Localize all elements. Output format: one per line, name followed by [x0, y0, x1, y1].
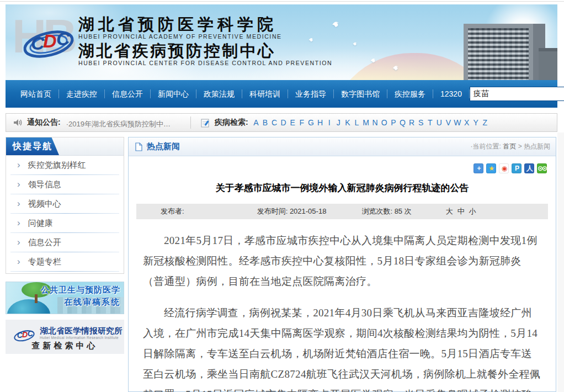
org2-title-zh: 湖北省疾病预防控制中心 — [78, 42, 332, 60]
building-image — [539, 48, 557, 80]
disease-index-letter[interactable]: H — [316, 118, 325, 127]
banner2-subtitle-en: Hubei Medical Information Research Insti… — [40, 336, 119, 340]
search-input[interactable] — [470, 87, 564, 101]
dove-icon — [331, 20, 345, 29]
sidebar-item[interactable]: › 视频中心 — [6, 194, 124, 214]
wechat-icon[interactable]: ⊙⊙ — [537, 163, 547, 173]
disease-index-letter[interactable]: N — [370, 118, 380, 127]
sidebar-item-label: 问健康 — [28, 218, 53, 229]
nav-item[interactable]: 业务指导 — [288, 89, 334, 98]
nav-item[interactable]: 12320 — [433, 89, 470, 98]
article-title: 关于孝感市应城市一例境外输入新冠肺炎病例行程轨迹的公告 — [145, 182, 539, 194]
font-size-large[interactable]: 大 — [446, 207, 457, 215]
browser-top-border — [0, 1, 564, 2]
renren-icon[interactable]: 人 — [524, 163, 534, 173]
disease-index-letter[interactable]: A — [252, 118, 261, 127]
content-panel-header: 热点新闻 ·当前位置: 首页 > 热点新闻 — [129, 137, 556, 156]
disease-index-letter[interactable]: C — [270, 118, 279, 127]
search-box: 搜索 — [470, 86, 564, 102]
disease-index-letter[interactable]: O — [380, 118, 389, 127]
notice-link[interactable]: ·2019年湖北省疾病预防控制中… — [66, 116, 171, 129]
banner1-line1: 公共卫生与预防医学 — [41, 285, 120, 295]
disease-index-letter[interactable]: M — [361, 118, 371, 127]
notice-label: 通知公告: — [27, 118, 61, 128]
article-body: 2021年5月17日，孝感市应城市疾控中心从入境集中隔离人员定期检测中发现1例新… — [129, 219, 556, 392]
pengyou-icon[interactable]: P — [512, 163, 522, 173]
site-title-block: 湖北省预防医学科学院 HUBEI PROVINCIAL ACADEMY OF P… — [78, 15, 332, 67]
tree-illustration — [35, 294, 38, 303]
share-more-icon[interactable]: + — [473, 163, 483, 173]
sidebar-item[interactable]: › 领导信息 — [6, 175, 124, 194]
quick-nav-title-tab: 快捷导航 — [6, 137, 59, 155]
disease-index-letter[interactable]: Z — [480, 118, 489, 127]
nav-item[interactable]: 走进疾控 — [59, 89, 105, 98]
qzone-icon[interactable]: ★ — [486, 163, 496, 173]
disease-index-letter[interactable]: B — [260, 118, 270, 127]
font-size-small[interactable]: 小 — [469, 207, 481, 215]
disease-index-letter[interactable]: D — [279, 118, 288, 127]
disease-index-letter[interactable]: G — [306, 118, 316, 127]
divider — [190, 116, 191, 129]
org1-title-en: HUBEI PROVINCIAL ACADEMY OF PREVENTIVE M… — [78, 33, 332, 40]
nav-item[interactable]: 新闻中心 — [151, 89, 196, 98]
disease-index-letter[interactable]: I — [324, 118, 334, 127]
disease-index-letter[interactable]: Q — [398, 118, 407, 127]
nav-item[interactable]: 疾控服务 — [387, 89, 433, 98]
breadcrumb-current[interactable]: 热点新闻 — [524, 142, 550, 150]
disease-index-letter[interactable]: L — [352, 118, 361, 127]
sidebar-item[interactable]: › 问健康 — [6, 214, 124, 233]
publish-time: 发布时间: 2021-05-18 — [257, 206, 327, 216]
disease-index-letter[interactable]: V — [444, 118, 453, 127]
review-system-banner[interactable]: 公共卫生与预防医学 在线审稿系统 — [6, 282, 124, 314]
banner1-line2: 在线审稿系统 — [41, 297, 120, 308]
chevron-right-icon: › — [17, 218, 20, 229]
quick-nav-list: › 疾控党旗别样红 › 领导信息 › 视频中心 › 问健康 › 信息公开 › 专… — [6, 156, 124, 272]
nav-item[interactable]: 数字图书馆 — [334, 89, 387, 98]
medical-info-institute-banner[interactable]: C D C 湖北省医学情报研究所 Hubei Medical Informati… — [6, 320, 124, 354]
breadcrumb-prefix: ·当前位置: — [471, 142, 501, 150]
font-size-medium[interactable]: 中 — [457, 207, 469, 215]
breadcrumb-home[interactable]: 首页 — [503, 142, 516, 150]
section-title: 热点新闻 — [147, 141, 180, 152]
nav-item[interactable]: 网站首页 — [13, 89, 59, 98]
disease-index-letter[interactable]: E — [288, 118, 297, 127]
breadcrumb: ·当前位置: 首页 > 热点新闻 — [471, 142, 550, 151]
org1-title-zh: 湖北省预防医学科学院 — [78, 15, 332, 33]
dove-icon — [392, 64, 404, 72]
disease-index-letter[interactable]: P — [389, 118, 398, 127]
sidebar-item-label: 视频中心 — [28, 199, 61, 209]
nav-item[interactable]: 信息公开 — [105, 89, 151, 98]
sidebar-item[interactable]: › 信息公开 — [6, 233, 124, 252]
nav-menu: 网站首页走进疾控信息公开新闻中心政策法规科研培训业务指导数字图书馆疾控服务123… — [6, 89, 470, 98]
disease-index-letter[interactable]: R — [407, 118, 417, 127]
share-toolbar: +★◉P人⊙⊙ — [129, 163, 547, 173]
disease-index-letter[interactable]: J — [334, 118, 343, 127]
article-paragraph: 2021年5月17日，孝感市应城市疾控中心从入境集中隔离人员定期检测中发现1例新… — [143, 230, 541, 292]
sidebar-item[interactable]: › 疾控党旗别样红 — [6, 156, 124, 175]
disease-index-letter[interactable]: T — [425, 118, 435, 127]
nav-item[interactable]: 政策法规 — [196, 89, 242, 98]
sidebar-item-label: 专题专栏 — [28, 257, 61, 267]
breadcrumb-separator: > — [518, 142, 522, 150]
sidebar-item[interactable]: › 专题专栏 — [6, 252, 124, 272]
cdc-logo: C D C — [21, 21, 76, 64]
notice-bar: 通知公告: ·2019年湖北省疾病预防控制中… 疾病检索: ABCDEFGHIJ… — [6, 113, 557, 132]
article-paragraph: 经流行病学调查，病例祝某某，2021年4月30日乘飞机从马来西亚吉隆坡经广州入境… — [143, 303, 541, 392]
disease-index-letter[interactable]: W — [453, 118, 462, 127]
sidebar: 快捷导航 › 疾控党旗别样红 › 领导信息 › 视频中心 › 问健康 › 信息公… — [6, 137, 124, 274]
chevron-right-icon: › — [17, 160, 20, 171]
disease-index-letter[interactable]: X — [462, 118, 471, 127]
quick-nav-header: 快捷导航 — [6, 137, 124, 156]
disease-index-letter[interactable]: K — [343, 118, 353, 127]
svg-text:C: C — [56, 28, 70, 49]
disease-index-letter[interactable]: F — [297, 118, 307, 127]
disease-index-letter[interactable]: Y — [471, 118, 481, 127]
article-meta-bar: 发布者: 发布时间: 2021-05-18 浏览次数: 85 次 大中小 — [136, 204, 548, 219]
disease-index-letter[interactable]: U — [434, 118, 444, 127]
disease-index-letter[interactable]: S — [416, 118, 425, 127]
disease-index-letters: ABCDEFGHIJKLMNOPQRSTUVWXYZ — [252, 118, 489, 127]
quick-nav-panel: 快捷导航 › 疾控党旗别样红 › 领导信息 › 视频中心 › 问健康 › 信息公… — [6, 137, 124, 274]
nav-item[interactable]: 科研培训 — [242, 89, 288, 98]
weibo-icon[interactable]: ◉ — [499, 163, 509, 173]
site-header-banner: HB C D C 湖北省预防医学科学院 HUBEI PROVINCIAL ACA… — [6, 4, 557, 80]
